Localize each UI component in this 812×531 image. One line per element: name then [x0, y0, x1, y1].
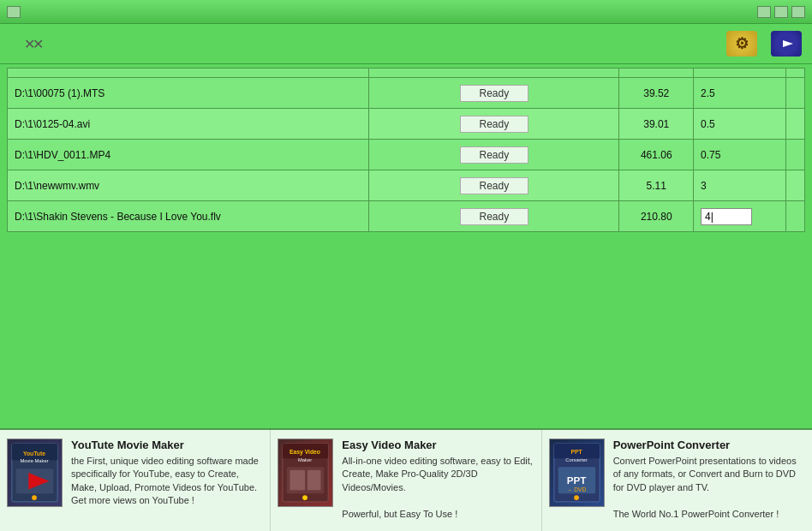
state-badge: Ready: [460, 146, 528, 164]
ad-title: YouTute Movie Maker: [71, 439, 263, 451]
ads-area: YouTute Movie Maker YouTute Movie Makert…: [0, 428, 812, 531]
extra-cell: [786, 78, 805, 109]
svg-point-26: [574, 495, 579, 500]
speed-cell: 0.75: [694, 140, 786, 170]
col-header-state: [369, 69, 619, 78]
state-badge: Ready: [460, 116, 528, 133]
file-cell: D:\1\00075 (1).MTS: [8, 78, 369, 109]
ad-thumbnail: PPT Converter PPT → DVD: [549, 439, 605, 507]
ad-item[interactable]: PPT Converter PPT → DVD PowerPoint Conve…: [542, 430, 812, 531]
close-button[interactable]: [791, 6, 805, 18]
svg-rect-16: [290, 470, 305, 490]
svg-point-10: [32, 495, 37, 500]
col-header-speed: [694, 69, 786, 78]
help-button[interactable]: [7, 6, 21, 18]
table-row: D:\1\Shakin Stevens - Because I Love You…: [8, 201, 805, 232]
extra-cell: [786, 140, 805, 170]
ad-item[interactable]: Easy Video Maker Easy Video MakerAll-in-…: [271, 430, 541, 531]
ad-description: Convert PowerPoint presentations to vide…: [613, 455, 805, 521]
minimize-button[interactable]: [757, 6, 771, 18]
file-cell: D:\1\newwmv.wmv: [8, 170, 369, 201]
extra-cell: [786, 201, 805, 232]
extra-cell: [786, 170, 805, 201]
window-controls: [757, 6, 805, 18]
extra-cell: [786, 109, 805, 140]
svg-text:PPT: PPT: [566, 474, 586, 486]
svg-rect-17: [307, 470, 321, 490]
file-cell: D:\1\HDV_0011.MP4: [8, 140, 369, 170]
state-cell: Ready: [369, 170, 619, 201]
toolbar: ✕ ✕ ⚙: [0, 24, 812, 64]
table-row: D:\1\00075 (1).MTSReady39.522.5: [8, 78, 805, 109]
ad-thumbnail: YouTute Movie Maker: [7, 439, 63, 507]
state-cell: Ready: [369, 140, 619, 170]
svg-text:→ DVD: → DVD: [566, 486, 586, 492]
toolbar-left: ✕ ✕: [10, 34, 65, 53]
delete-all-button[interactable]: ✕ ✕: [24, 34, 45, 53]
ad-content: YouTute Movie Makerthe First, unique vid…: [71, 439, 263, 508]
file-cell: D:\1\0125-04.avi: [8, 109, 369, 140]
file-table: D:\1\00075 (1).MTSReady39.522.5D:\1\0125…: [7, 68, 805, 232]
ad-content: PowerPoint ConverterConvert PowerPoint p…: [613, 439, 805, 521]
col-header-duration: [619, 69, 694, 78]
table-row: D:\1\newwmv.wmvReady5.113: [8, 170, 805, 201]
svg-text:Converter: Converter: [565, 457, 588, 462]
table-body: D:\1\00075 (1).MTSReady39.522.5D:\1\0125…: [8, 78, 805, 232]
state-badge: Ready: [460, 208, 528, 225]
svg-text:✕: ✕: [33, 37, 44, 51]
ad-content: Easy Video MakerAll-in-one video editing…: [342, 439, 534, 521]
state-cell: Ready: [369, 78, 619, 109]
main-area: D:\1\00075 (1).MTSReady39.522.5D:\1\0125…: [0, 64, 812, 362]
state-badge: Ready: [460, 85, 528, 102]
ad-description: the First, unique video editing software…: [71, 455, 263, 508]
speed-cell: 0.5: [694, 109, 786, 140]
ad-title: PowerPoint Converter: [613, 439, 805, 451]
svg-text:YouTute: YouTute: [23, 450, 45, 456]
settings-button[interactable]: ⚙: [723, 31, 757, 57]
settings-icon: ⚙: [726, 31, 757, 57]
duration-cell: 5.11: [619, 170, 694, 201]
ad-item[interactable]: YouTute Movie Maker YouTute Movie Makert…: [0, 430, 271, 531]
duration-cell: 39.01: [619, 109, 694, 140]
duration-cell: 461.06: [619, 140, 694, 170]
duration-cell: 210.80: [619, 201, 694, 232]
file-cell: D:\1\Shakin Stevens - Because I Love You…: [8, 201, 369, 232]
state-badge: Ready: [460, 177, 528, 194]
titlebar: [0, 0, 812, 24]
render-icon: [771, 31, 802, 57]
speed-cell: 3: [694, 170, 786, 201]
render-button[interactable]: [767, 31, 802, 57]
table-row: D:\1\HDV_0011.MP4Ready461.060.75: [8, 140, 805, 170]
svg-text:PPT: PPT: [570, 449, 582, 455]
ad-thumbnail: Easy Video Maker: [278, 439, 333, 507]
speed-cell: 2.5: [694, 78, 786, 109]
svg-text:Easy Video: Easy Video: [290, 449, 320, 456]
table-header-row: [8, 69, 805, 78]
state-cell: Ready: [369, 201, 619, 232]
col-header-extra: [786, 69, 805, 78]
speed-cell: [694, 201, 786, 232]
toolbar-right: ⚙: [723, 31, 802, 57]
svg-text:Maker: Maker: [298, 457, 312, 462]
ad-title: Easy Video Maker: [342, 439, 534, 451]
ad-description: All-in-one video editing software, easy …: [342, 455, 534, 521]
table-row: D:\1\0125-04.aviReady39.010.5: [8, 109, 805, 140]
maximize-button[interactable]: [774, 6, 788, 18]
svg-text:Movie Maker: Movie Maker: [20, 458, 48, 463]
speed-input[interactable]: [701, 208, 752, 225]
state-cell: Ready: [369, 109, 619, 140]
svg-point-18: [302, 495, 307, 500]
col-header-file: [8, 69, 369, 78]
duration-cell: 39.52: [619, 78, 694, 109]
